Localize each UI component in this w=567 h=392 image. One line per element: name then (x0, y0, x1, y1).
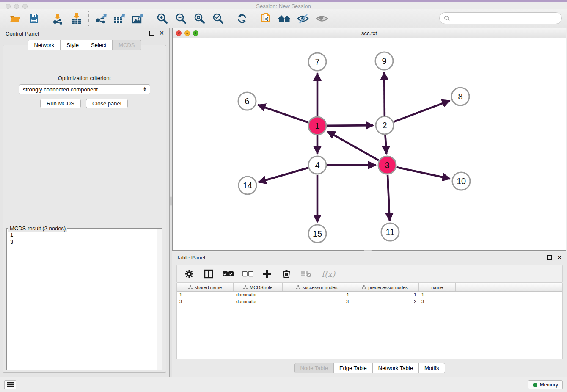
node-6[interactable]: 6 (238, 92, 256, 110)
node-7[interactable]: 7 (308, 53, 326, 71)
cell-successor-nodes[interactable]: 3 (283, 298, 351, 305)
cell-shared-name[interactable]: 1 (177, 292, 234, 298)
export-table-icon (113, 13, 126, 25)
show-all-networks-button[interactable] (277, 11, 292, 26)
cell-shared-name[interactable]: 3 (177, 298, 234, 305)
open-file-button[interactable] (8, 11, 23, 26)
delete-table-button[interactable] (300, 268, 311, 279)
table-float-panel-icon[interactable] (547, 255, 552, 260)
edge-4-14[interactable] (259, 168, 308, 182)
search-input[interactable] (450, 15, 557, 22)
cell-predecessor-nodes[interactable]: 2 (351, 298, 419, 305)
select-all-button[interactable] (223, 268, 234, 279)
node-8[interactable]: 8 (451, 88, 469, 105)
node-9[interactable]: 9 (375, 52, 393, 70)
hierarchy-icon (296, 285, 300, 289)
float-panel-icon[interactable] (149, 31, 154, 36)
run-mcds-button[interactable]: Run MCDS (40, 99, 81, 108)
column-header-predecessor-nodes[interactable]: predecessor nodes (351, 283, 419, 291)
plus-icon (262, 269, 272, 279)
node-table[interactable]: shared nameMCDS rolesuccessor nodesprede… (176, 283, 563, 359)
network-window-titlebar[interactable]: ✕ − + scc.txt (173, 28, 566, 38)
node-4[interactable]: 4 (308, 156, 326, 174)
node-3[interactable]: 3 (378, 156, 396, 174)
node-15[interactable]: 15 (308, 225, 326, 243)
add-column-button[interactable] (261, 268, 272, 279)
edge-2-3[interactable] (385, 135, 386, 154)
table-row[interactable]: 1dominator411 (177, 292, 562, 298)
hide-selected-button[interactable] (296, 11, 311, 26)
edge-3-10[interactable] (396, 167, 450, 179)
deselect-all-button[interactable] (242, 268, 253, 279)
tab-network-table[interactable]: Network Table (373, 363, 419, 373)
network-graph[interactable]: 7968124314101511 (173, 38, 566, 250)
edge-3-11[interactable] (388, 175, 390, 221)
node-11[interactable]: 11 (381, 223, 399, 241)
tab-node-table[interactable]: Node Table (294, 363, 334, 373)
export-table-button[interactable] (112, 11, 127, 26)
zoom-fit-button[interactable] (192, 11, 207, 26)
cell-successor-nodes[interactable]: 4 (283, 292, 351, 298)
node-2[interactable]: 2 (376, 116, 394, 134)
horizontal-splitter-grip[interactable] (364, 250, 372, 251)
close-panel-icon[interactable]: ✕ (159, 30, 164, 36)
memory-status-icon (533, 383, 537, 387)
edge-2-8[interactable] (394, 101, 450, 122)
edge-3-1[interactable] (328, 131, 379, 160)
column-header-name[interactable]: name (419, 283, 456, 291)
cell-MCDS-role[interactable]: dominator (234, 292, 283, 298)
column-header-MCDS-role[interactable]: MCDS role (234, 283, 283, 291)
function-builder-button[interactable]: f(x) (320, 268, 337, 279)
main-toolbar (0, 9, 567, 28)
splitter-grip[interactable] (170, 196, 172, 206)
tab-style[interactable]: Style (61, 40, 85, 50)
node-14[interactable]: 14 (239, 177, 256, 194)
column-header-shared-name[interactable]: shared name (177, 283, 234, 291)
node-label-4: 4 (315, 160, 319, 170)
refresh-button[interactable] (234, 11, 250, 26)
tab-select[interactable]: Select (85, 40, 113, 50)
import-network-button[interactable] (50, 11, 66, 26)
task-history-button[interactable] (4, 380, 16, 389)
node-1[interactable]: 1 (308, 117, 326, 135)
column-header-successor-nodes[interactable]: successor nodes (283, 283, 351, 291)
tab-network[interactable]: Network (28, 40, 61, 50)
show-selected-button[interactable] (314, 11, 330, 26)
close-panel-button[interactable]: Close panel (86, 99, 128, 108)
search-box[interactable] (439, 12, 562, 24)
memory-button[interactable]: Memory (528, 380, 563, 389)
cell-MCDS-role[interactable]: dominator (234, 298, 283, 305)
zoom-in-button[interactable] (154, 11, 170, 26)
import-table-button[interactable] (69, 11, 84, 26)
clone-network-button[interactable] (259, 11, 274, 26)
zoom-selected-button[interactable] (210, 11, 226, 26)
export-image-button[interactable] (130, 11, 146, 26)
cell-predecessor-nodes[interactable]: 1 (351, 292, 419, 298)
node-label-2: 2 (382, 121, 387, 130)
cell-name[interactable]: 1 (419, 292, 456, 298)
edge-1-6[interactable] (258, 105, 308, 123)
result-scrollbar[interactable] (157, 229, 162, 370)
delete-column-button[interactable] (281, 268, 292, 279)
zoom-out-button[interactable] (173, 11, 188, 26)
edge-2-9[interactable] (384, 72, 385, 116)
deselect-all-icon (242, 271, 253, 277)
tab-motifs[interactable]: Motifs (419, 363, 445, 373)
node-10[interactable]: 10 (452, 172, 470, 190)
table-close-panel-icon[interactable]: ✕ (557, 254, 562, 261)
control-panel-body: NetworkStyleSelectMCDS Optimization crit… (3, 45, 166, 373)
node-label-7: 7 (315, 57, 319, 66)
export-network-button[interactable] (93, 11, 108, 26)
cell-name[interactable]: 3 (419, 298, 456, 305)
edge-1-2[interactable] (327, 125, 373, 126)
table-row[interactable]: 3dominator323 (177, 298, 562, 305)
table-settings-button[interactable] (184, 268, 195, 279)
show-column-panel-button[interactable] (203, 268, 214, 279)
tab-mcds[interactable]: MCDS (113, 40, 141, 50)
tab-edge-table[interactable]: Edge Table (334, 363, 373, 373)
criterion-select[interactable]: strongly connected component ▲▼ (19, 84, 150, 94)
delete-table-icon (300, 270, 311, 278)
export-network-icon (94, 13, 107, 25)
save-session-button[interactable] (26, 11, 41, 26)
fx-icon: f(x) (322, 269, 336, 279)
